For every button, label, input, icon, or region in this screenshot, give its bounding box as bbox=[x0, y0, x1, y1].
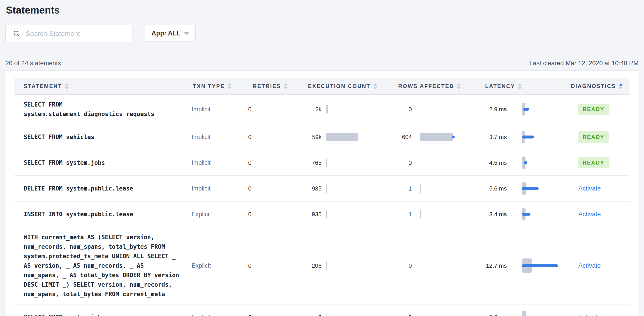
column-header-txn-type[interactable]: TXN TYPE bbox=[192, 83, 244, 90]
column-header-label: DIAGNOSTICS bbox=[571, 83, 616, 90]
column-header-statement[interactable]: STATEMENT bbox=[14, 83, 192, 90]
execution-count-bar bbox=[326, 262, 327, 270]
latency-value: 2.9 ms bbox=[485, 106, 507, 113]
txn-type-cell: Explicit bbox=[192, 206, 244, 223]
statement-link[interactable]: SELECT FROM system.jobs bbox=[24, 158, 182, 168]
chevron-down-icon bbox=[184, 32, 189, 35]
app-filter-label: App: ALL bbox=[152, 30, 180, 37]
sort-icon[interactable] bbox=[457, 83, 460, 90]
column-header-execution-count[interactable]: EXECUTION COUNT bbox=[308, 83, 398, 90]
diagnostics-activate-link[interactable]: Activate bbox=[578, 314, 601, 316]
latency-stddev-pill bbox=[522, 311, 526, 316]
statement-link[interactable]: WITH current_meta AS (SELECT version, nu… bbox=[24, 232, 182, 299]
sort-icon[interactable] bbox=[65, 83, 68, 90]
search-input[interactable] bbox=[25, 30, 126, 38]
txn-type-cell: Implicit bbox=[192, 308, 244, 316]
table-row: WITH current_meta AS (SELECT version, nu… bbox=[14, 227, 630, 304]
latency-cell: 3.4 ms bbox=[485, 202, 571, 227]
latency-cell: 2.9 ms bbox=[485, 96, 571, 122]
column-header-label: TXN TYPE bbox=[193, 83, 225, 90]
latency-chart bbox=[522, 181, 562, 196]
txn-type-cell: Implicit bbox=[192, 180, 244, 197]
rows-affected-value: 0 bbox=[398, 314, 412, 316]
table-row: INSERT INTO system.public.lease Explicit… bbox=[14, 202, 630, 227]
latency-mean-bar bbox=[523, 108, 529, 111]
latency-value: 3.7 ms bbox=[485, 134, 507, 140]
statement-link[interactable]: DELETE FROM system.public.lease bbox=[24, 184, 182, 193]
retries-cell: 0 bbox=[244, 154, 308, 172]
rows-affected-cell: 0 bbox=[398, 306, 485, 316]
diagnostics-cell: READY bbox=[571, 152, 630, 174]
app-filter-dropdown[interactable]: App: ALL bbox=[145, 25, 196, 42]
column-header-label: STATEMENT bbox=[24, 83, 62, 90]
retries-cell: 0 bbox=[244, 101, 308, 118]
latency-cell: 5.6 ms bbox=[485, 176, 571, 201]
execution-count-value: 2k bbox=[308, 106, 322, 113]
column-header-rows-affected[interactable]: ROWS AFFECTED bbox=[398, 83, 485, 90]
latency-value: 3.4 ms bbox=[485, 211, 507, 218]
execution-count-cell: 206 bbox=[308, 254, 398, 277]
diagnostics-ready-badge: READY bbox=[578, 157, 609, 168]
rows-affected-cell: 1 bbox=[398, 203, 485, 226]
execution-count-cell: 59k bbox=[308, 126, 398, 148]
filter-controls: App: ALL bbox=[6, 25, 638, 42]
execution-count-value: 935 bbox=[308, 185, 322, 192]
rows-affected-cell: 0 bbox=[398, 254, 485, 277]
retries-cell: 0 bbox=[244, 128, 308, 146]
latency-cell: 3.7 ms bbox=[485, 124, 571, 150]
rows-affected-bar bbox=[420, 133, 453, 141]
diagnostics-activate-link[interactable]: Activate bbox=[578, 185, 601, 192]
statements-page: Statements App: ALL 20 of 24 statements … bbox=[0, 0, 644, 316]
execution-count-cell: 9 bbox=[308, 306, 398, 316]
statements-count: 20 of 24 statements bbox=[6, 60, 61, 67]
latency-mean-bar bbox=[522, 136, 534, 138]
sort-icon[interactable] bbox=[619, 83, 622, 90]
diagnostics-cell: Activate bbox=[571, 257, 630, 274]
table-row: SELECT FROM system.jobs Implicit 0 9 0 5… bbox=[14, 304, 630, 316]
search-icon bbox=[13, 30, 20, 38]
latency-value: 4.5 ms bbox=[485, 159, 507, 166]
column-header-label: ROWS AFFECTED bbox=[398, 83, 454, 90]
sort-icon[interactable] bbox=[284, 83, 288, 90]
statement-link[interactable]: SELECT FROM vehicles bbox=[24, 132, 182, 142]
table-body: SELECT FROM system.statement_diagnostics… bbox=[14, 94, 630, 316]
table-header-row: STATEMENT TXN TYPE RETRIES EXECUTION COU… bbox=[14, 78, 630, 94]
rows-affected-cell: 0 bbox=[398, 151, 485, 174]
last-cleared-timestamp: Last cleared Mar 12, 2020 at 10:48 PM bbox=[529, 60, 638, 67]
rows-affected-cell: 0 bbox=[398, 98, 485, 121]
diagnostics-activate-link[interactable]: Activate bbox=[578, 262, 601, 269]
column-header-label: LATENCY bbox=[485, 83, 515, 90]
diagnostics-cell: READY bbox=[571, 126, 630, 148]
execution-count-value: 765 bbox=[308, 159, 322, 166]
statement-link[interactable]: SELECT FROM system.statement_diagnostics… bbox=[24, 100, 182, 119]
latency-cell: 12.7 ms bbox=[485, 253, 571, 278]
diagnostics-activate-link[interactable]: Activate bbox=[578, 210, 601, 218]
execution-count-cell: 765 bbox=[308, 151, 398, 174]
column-header-diagnostics[interactable]: DIAGNOSTICS bbox=[571, 83, 630, 90]
latency-value: 5.6 ms bbox=[485, 185, 507, 192]
column-header-retries[interactable]: RETRIES bbox=[244, 83, 308, 90]
diagnostics-cell: Activate bbox=[571, 308, 630, 316]
retries-cell: 0 bbox=[244, 180, 308, 197]
diagnostics-cell: Activate bbox=[571, 180, 630, 197]
sort-icon[interactable] bbox=[518, 83, 522, 90]
page-title: Statements bbox=[6, 4, 638, 16]
execution-count-value: 59k bbox=[308, 134, 322, 140]
search-box[interactable] bbox=[6, 25, 132, 42]
sort-icon[interactable] bbox=[228, 83, 231, 90]
diagnostics-ready-badge: READY bbox=[578, 131, 609, 143]
rows-affected-mean-dot bbox=[452, 136, 455, 138]
latency-chart bbox=[522, 310, 562, 316]
txn-type-cell: Implicit bbox=[192, 128, 244, 146]
sort-icon[interactable] bbox=[374, 83, 377, 90]
latency-mean-bar bbox=[522, 187, 538, 190]
rows-affected-bar bbox=[420, 184, 421, 193]
column-header-latency[interactable]: LATENCY bbox=[485, 83, 571, 90]
execution-count-bar bbox=[326, 133, 358, 141]
statement-link[interactable]: INSERT INTO system.public.lease bbox=[24, 210, 182, 219]
rows-affected-value: 0 bbox=[398, 262, 412, 269]
latency-mean-bar bbox=[524, 162, 527, 164]
retries-cell: 0 bbox=[244, 206, 308, 223]
statement-link[interactable]: SELECT FROM system.jobs bbox=[24, 312, 182, 316]
execution-count-cell: 935 bbox=[308, 203, 398, 226]
